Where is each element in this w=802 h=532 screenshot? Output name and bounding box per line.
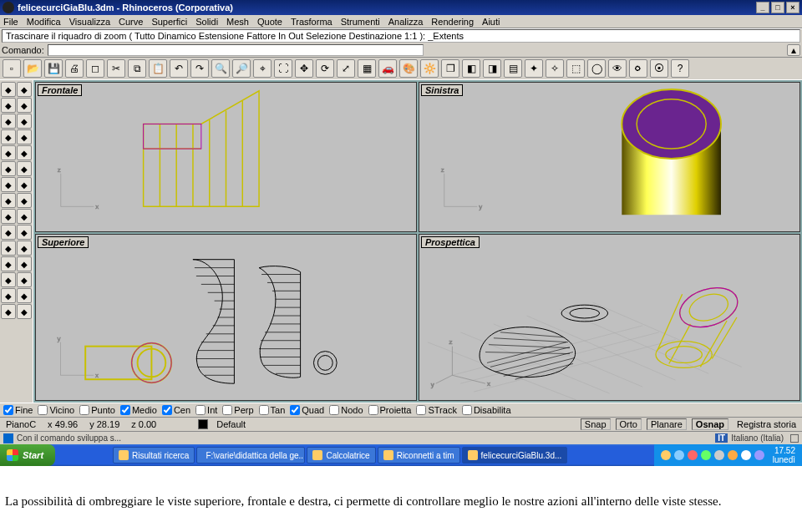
osnap-tan-checkbox[interactable] <box>259 405 269 415</box>
osnap-tan[interactable]: Tan <box>259 405 286 415</box>
lang-name[interactable]: Italiano (Italia) <box>731 433 784 443</box>
prop1-icon[interactable]: ✦ <box>525 59 543 78</box>
bool-tool-icon[interactable]: ◆ <box>1 241 16 256</box>
command-scroll-up-icon[interactable]: ▴ <box>787 44 800 56</box>
cyl-tool-icon[interactable]: ◆ <box>17 193 32 208</box>
osnap-cen[interactable]: Cen <box>162 405 190 415</box>
layer-icon[interactable]: ❐ <box>441 59 459 78</box>
osnap-quad-checkbox[interactable] <box>290 405 300 415</box>
split-tool-icon[interactable]: ◆ <box>17 241 32 256</box>
unhide-icon[interactable]: ⦿ <box>650 59 668 78</box>
osnap-disabilita-checkbox[interactable] <box>462 405 472 415</box>
sphere-tool-icon[interactable]: ◆ <box>17 177 32 192</box>
freeform-tool-icon[interactable]: ◆ <box>1 145 16 160</box>
viewport-superiore[interactable]: Superiore x y <box>35 234 417 401</box>
viewport-frontale[interactable]: Frontale x z <box>35 82 417 232</box>
taskbar-task[interactable]: Riconnetti a tim <box>378 447 460 464</box>
quick-launch[interactable] <box>61 447 111 464</box>
save-icon[interactable]: 💾 <box>44 59 63 78</box>
pointer-tool-icon[interactable]: ◆ <box>1 82 16 97</box>
render2-icon[interactable]: 🎨 <box>399 59 418 78</box>
viewport-prospettica[interactable]: Prospettica x y z <box>419 234 800 401</box>
menu-edit[interactable]: Modifica <box>27 17 61 27</box>
osnap-strack-checkbox[interactable] <box>416 405 426 415</box>
menu-mesh[interactable]: Mesh <box>226 17 249 27</box>
render1-icon[interactable]: 🚗 <box>378 59 397 78</box>
tray-icon[interactable] <box>741 450 751 460</box>
ungroup-tool-icon[interactable]: ◆ <box>17 272 32 287</box>
osnap-fine-checkbox[interactable] <box>3 405 13 415</box>
zoom-out-icon[interactable]: 🔎 <box>232 59 251 78</box>
redo-icon[interactable]: ↷ <box>190 59 209 78</box>
explode-tool-icon[interactable]: ◆ <box>1 256 16 271</box>
join-tool-icon[interactable]: ◆ <box>17 256 32 271</box>
lang-options-icon[interactable] <box>790 434 799 443</box>
osnap-punto[interactable]: Punto <box>79 405 115 415</box>
menu-view[interactable]: Visualizza <box>69 17 110 27</box>
osnap-strack[interactable]: STrack <box>416 405 456 415</box>
status-plane[interactable]: PianoC <box>3 419 39 429</box>
mesh2-tool-icon[interactable]: ◆ <box>17 304 32 319</box>
grid-icon[interactable]: ▦ <box>358 59 376 78</box>
minimize-button[interactable]: _ <box>756 2 769 13</box>
osnap-punto-checkbox[interactable] <box>79 405 89 415</box>
taskbar-task[interactable]: felicecurciGiaBlu.3d... <box>462 447 568 464</box>
dim-tool-icon[interactable]: ◆ <box>1 288 16 303</box>
toggle-osnap[interactable]: Osnap <box>692 418 728 430</box>
menu-tools[interactable]: Strumenti <box>341 17 380 27</box>
prop2-icon[interactable]: ✧ <box>546 59 564 78</box>
cone-tool-icon[interactable]: ◆ <box>1 193 16 208</box>
undo-icon[interactable]: ↶ <box>170 59 188 78</box>
layer-swatch-icon[interactable] <box>198 419 208 429</box>
zoom-area-icon[interactable]: ⌖ <box>253 59 272 78</box>
poly-tool-icon[interactable]: ◆ <box>1 129 16 144</box>
open-icon[interactable]: 📂 <box>23 59 42 78</box>
pipe-tool-icon[interactable]: ◆ <box>17 209 32 224</box>
start-button[interactable]: Start <box>0 444 55 466</box>
lang-code[interactable]: IT <box>715 433 728 443</box>
render3-icon[interactable]: 🔆 <box>420 59 439 78</box>
surf1-tool-icon[interactable]: ◆ <box>1 161 16 176</box>
move-icon[interactable]: ✥ <box>295 59 313 78</box>
rect-tool-icon[interactable]: ◆ <box>17 114 32 129</box>
blend-tool-icon[interactable]: ◆ <box>1 225 16 240</box>
select-icon[interactable]: ⬚ <box>566 59 585 78</box>
osnap-int[interactable]: Int <box>195 405 217 415</box>
spline-tool-icon[interactable]: ◆ <box>1 98 16 113</box>
viewport-label-prospettica[interactable]: Prospettica <box>421 236 480 248</box>
menu-file[interactable]: File <box>3 17 18 27</box>
viewport-label-frontale[interactable]: Frontale <box>38 84 82 96</box>
circle-tool-icon[interactable]: ◆ <box>1 114 16 129</box>
blank-icon[interactable]: ◻ <box>86 59 104 78</box>
tray-icon[interactable] <box>701 450 711 460</box>
taskbar-task[interactable]: F:\varie\didattica della ge... <box>196 447 305 464</box>
osnap-proietta[interactable]: Proietta <box>368 405 412 415</box>
hide-icon[interactable]: 👁 <box>608 59 627 78</box>
tray-icon[interactable] <box>661 450 671 460</box>
desk-band-text[interactable]: Con il comando sviluppa s... <box>17 433 121 443</box>
lasso-icon[interactable]: ◯ <box>587 59 606 78</box>
osnap-nodo-checkbox[interactable] <box>329 405 339 415</box>
toggle-record-history[interactable]: Registra storia <box>733 419 799 429</box>
osnap-quad[interactable]: Quad <box>290 405 324 415</box>
line-tool-icon[interactable]: ◆ <box>17 82 32 97</box>
command-input[interactable] <box>48 44 424 56</box>
fillet-tool-icon[interactable]: ◆ <box>17 225 32 240</box>
torus-tool-icon[interactable]: ◆ <box>1 209 16 224</box>
layer2-icon[interactable]: ◧ <box>462 59 480 78</box>
osnap-disabilita[interactable]: Disabilita <box>462 405 511 415</box>
osnap-int-checkbox[interactable] <box>195 405 206 415</box>
close-button[interactable]: × <box>786 2 799 13</box>
copy-icon[interactable]: ⧉ <box>128 59 146 78</box>
menu-dim[interactable]: Quote <box>257 17 282 27</box>
rotate-icon[interactable]: ⟳ <box>316 59 334 78</box>
tray-icon[interactable] <box>728 450 738 460</box>
osnap-cen-checkbox[interactable] <box>162 405 172 415</box>
menu-curves[interactable]: Curve <box>119 17 143 27</box>
layer4-icon[interactable]: ▤ <box>504 59 522 78</box>
group-tool-icon[interactable]: ◆ <box>1 272 16 287</box>
osnap-medio[interactable]: Medio <box>120 405 157 415</box>
toggle-orto[interactable]: Orto <box>616 418 642 430</box>
scale-icon[interactable]: ⤢ <box>337 59 355 78</box>
menu-render[interactable]: Rendering <box>431 17 474 27</box>
